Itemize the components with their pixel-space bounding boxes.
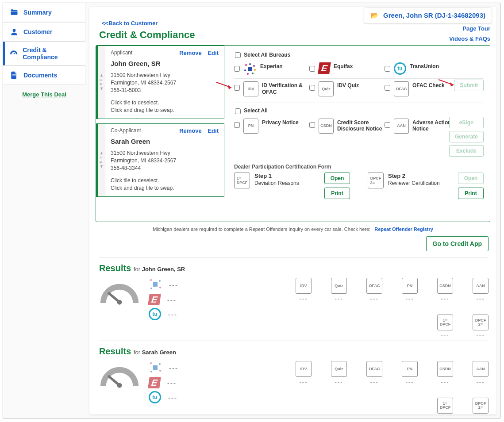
footnote: Michigan dealers are required to complet…: [89, 222, 496, 234]
csdn-icon: CSDN: [319, 119, 334, 134]
repeat-offender-link[interactable]: Repeat Offender Registry: [374, 226, 433, 232]
svg-rect-12: [153, 282, 158, 287]
svg-point-4: [249, 63, 251, 65]
result-pn[interactable]: PN---: [402, 278, 418, 302]
applicant-name: John Green, SR: [111, 60, 219, 67]
svg-point-3: [245, 64, 247, 66]
dpcf2-print-button[interactable]: Print: [458, 188, 484, 199]
select-all-bureaus-checkbox[interactable]: [235, 52, 241, 58]
select-all-notices-checkbox[interactable]: [235, 108, 241, 114]
videos-faqs-link[interactable]: Videos & FAQs: [449, 34, 490, 44]
idv-ofac-checkbox[interactable]: [234, 85, 240, 91]
svg-rect-2: [12, 76, 16, 76]
result-dpcf2[interactable]: DPCF2≡---: [473, 398, 489, 414]
privacy-notice-checkbox[interactable]: [234, 122, 240, 128]
idv-quiz-item[interactable]: Quiz IDV Quiz: [309, 81, 385, 96]
svg-point-21: [159, 370, 161, 372]
equifax-icon: E: [148, 377, 161, 388]
pn-icon: PN: [243, 119, 258, 134]
transunion-icon: tu: [149, 308, 161, 320]
submit-button[interactable]: Submit: [454, 80, 484, 91]
result-dpcf1[interactable]: 1≡DPCF---: [437, 398, 453, 414]
transunion-icon: tu: [149, 391, 161, 403]
results-coapplicant: Results for Sarah Green --- E--- tu--- I…: [99, 341, 489, 414]
edit-link[interactable]: Edit: [208, 50, 219, 56]
csdn-item[interactable]: CSDN Credit Score Disclosure Notice: [309, 119, 385, 134]
svg-point-17: [117, 383, 122, 388]
svg-point-7: [252, 73, 254, 74]
gauge-icon: [99, 278, 140, 308]
experian-icon: [243, 62, 257, 76]
bureau-experian[interactable]: Experian: [234, 62, 309, 76]
folder-icon: [9, 8, 19, 17]
result-ofac[interactable]: OFAC---: [366, 278, 382, 302]
nav-documents[interactable]: Documents: [3, 65, 85, 85]
document-icon: [9, 70, 19, 80]
svg-point-14: [159, 280, 161, 282]
nav-summary[interactable]: Summary: [3, 3, 85, 22]
csdn-checkbox[interactable]: [309, 122, 315, 128]
nav-label: Credit & Compliance: [23, 46, 79, 61]
dpcf2-open-button[interactable]: Open: [458, 173, 484, 184]
bureau-transunion[interactable]: tu TransUnion: [385, 62, 460, 75]
ofac-checkbox[interactable]: [385, 85, 390, 91]
result-ofac[interactable]: OFAC---: [366, 361, 382, 385]
transunion-checkbox[interactable]: [385, 66, 390, 72]
back-to-customer-link[interactable]: <<Back to Customer: [102, 20, 158, 27]
result-aan[interactable]: AAN---: [473, 361, 489, 385]
edit-link[interactable]: Edit: [208, 127, 219, 134]
result-quiz[interactable]: Quiz---: [331, 278, 347, 302]
result-csdn[interactable]: CSDN---: [437, 361, 453, 385]
equifax-icon: E: [148, 294, 161, 305]
dpcf-title: Dealer Participation Certification Form: [234, 164, 484, 170]
svg-point-13: [150, 279, 152, 281]
result-idv[interactable]: IDV---: [296, 361, 312, 385]
drag-handle-icon[interactable]: ▲≡≡▼: [98, 124, 105, 196]
coapplicant-name: Sarah Green: [111, 138, 219, 145]
svg-point-15: [159, 287, 161, 288]
nav-credit-compliance[interactable]: Credit & Compliance: [3, 42, 85, 65]
annotation-arrow-icon: [438, 79, 455, 88]
generate-button[interactable]: Generate: [449, 131, 484, 142]
content: 📂 Green, John SR (DJ-1-34682093) <<Back …: [89, 7, 496, 414]
dpcf1-icon: 1≡DPCF: [234, 173, 250, 188]
dpcf1-open-button[interactable]: Open: [324, 173, 350, 184]
svg-point-9: [244, 69, 246, 71]
result-aan[interactable]: AAN---: [473, 278, 489, 302]
result-quiz[interactable]: Quiz---: [331, 361, 347, 385]
experian-icon: [149, 278, 162, 291]
remove-link[interactable]: Remove: [179, 50, 202, 56]
remove-link[interactable]: Remove: [179, 127, 202, 134]
idv-ofac-item[interactable]: IDV ID Verification & OFAC: [234, 81, 309, 96]
aan-item[interactable]: AAN Adverse Action Notice: [385, 119, 460, 134]
tile-role: Applicant: [111, 50, 132, 56]
drag-handle-icon[interactable]: ▲≡≡▼: [98, 46, 105, 119]
page-tour-link[interactable]: Page Tour: [449, 23, 490, 34]
privacy-notice-item[interactable]: PN Privacy Notice: [234, 119, 309, 134]
svg-rect-18: [153, 365, 158, 370]
result-pn[interactable]: PN---: [402, 361, 418, 385]
equifax-checkbox[interactable]: [309, 66, 315, 72]
idv-quiz-checkbox[interactable]: [309, 85, 315, 91]
bureau-equifax[interactable]: E Equifax: [309, 62, 385, 74]
customer-badge[interactable]: 📂 Green, John SR (DJ-1-34682093): [364, 8, 492, 23]
esign-button[interactable]: eSign: [449, 117, 484, 128]
experian-checkbox[interactable]: [234, 66, 240, 72]
goto-credit-app-button[interactable]: Go to Credit App: [426, 236, 489, 251]
result-dpcf1[interactable]: 1≡DPCF---: [437, 315, 453, 339]
person-icon: [9, 27, 19, 37]
result-csdn[interactable]: CSDN---: [437, 278, 453, 302]
result-idv[interactable]: IDV---: [296, 278, 312, 302]
applicant-tile[interactable]: ▲≡≡▼ Applicant Remove Edit John Green, S…: [96, 46, 224, 119]
result-dpcf2[interactable]: DPCF2≡---: [473, 315, 489, 339]
coapplicant-tile[interactable]: ▲≡≡▼ Co-Applicant Remove Edit Sarah Gree…: [96, 123, 224, 197]
page-title: Credit & Compliance: [89, 27, 496, 45]
aan-checkbox[interactable]: [385, 122, 390, 128]
merge-deal-link[interactable]: Merge This Deal: [3, 85, 85, 104]
dpcf1-print-button[interactable]: Print: [324, 188, 350, 199]
results-applicant: Results for John Green, SR --- E--- tu--…: [99, 257, 489, 339]
exclude-button[interactable]: Exclude: [449, 145, 484, 157]
svg-point-8: [247, 73, 249, 75]
nav-customer[interactable]: Customer: [3, 22, 85, 42]
nav-label: Documents: [23, 72, 57, 79]
